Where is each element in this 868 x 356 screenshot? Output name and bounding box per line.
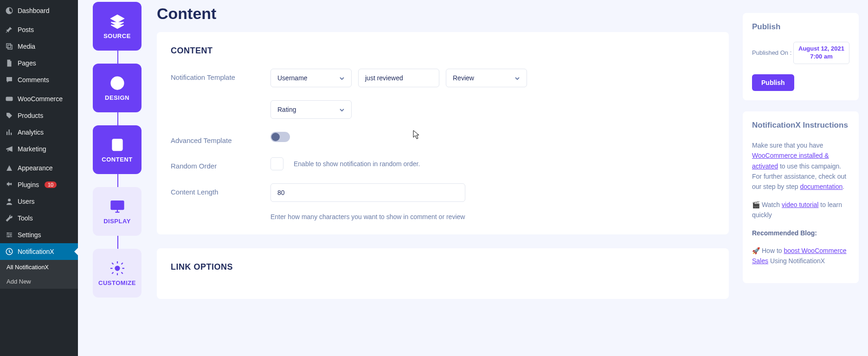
link-documentation[interactable]: documentation [800, 183, 843, 190]
sidebar-item-comments[interactable]: Comments [0, 71, 78, 88]
gear-icon [109, 260, 126, 277]
svg-point-9 [114, 84, 116, 86]
comment-icon [5, 75, 14, 84]
svg-point-4 [8, 236, 9, 237]
svg-point-6 [111, 77, 123, 90]
link-video-tutorial[interactable]: video tutorial [782, 201, 818, 208]
step-design[interactable]: DESIGN [93, 64, 141, 112]
sidebar-item-plugins[interactable]: Plugins10 [0, 176, 78, 193]
label-advanced: Advanced Template [171, 132, 270, 144]
chevron-down-icon [339, 107, 345, 112]
sidebar-item-tools[interactable]: Tools [0, 210, 78, 227]
sidebar-item-dashboard[interactable]: Dashboard [0, 2, 78, 19]
sidebar-label: Settings [18, 231, 41, 239]
plugins-badge: 10 [45, 181, 57, 188]
sidebar-item-pages[interactable]: Pages [0, 55, 78, 71]
notifx-icon [5, 247, 14, 256]
step-customize[interactable]: CUSTOMIZE [93, 249, 141, 298]
instructions-p1: Make sure that you have WooCommerce inst… [752, 140, 849, 192]
sidebar-label: Media [18, 43, 35, 50]
input-value: 80 [277, 189, 285, 196]
instructions-title: NotificationX Instructions [752, 121, 849, 130]
dropdown-value: Username [277, 74, 308, 82]
svg-point-2 [7, 233, 9, 234]
sidebar-item-notificationx[interactable]: NotificationX [0, 243, 78, 260]
media-icon [5, 42, 14, 51]
sidebar-item-users[interactable]: Users [0, 193, 78, 210]
tools-icon [5, 214, 14, 223]
hint-length: Enter how many characters you want to sh… [270, 213, 715, 220]
instructions-p4: 🚀How to boost WooCommerce Sales Using No… [752, 246, 849, 266]
sidebar-item-marketing[interactable]: Marketing [0, 141, 78, 157]
content-card: CONTENT Notification Template Username j… [157, 32, 729, 234]
sidebar-item-analytics[interactable]: Analytics [0, 124, 78, 141]
instructions-p2: 🎬Watch video tutorial to learn quickly [752, 200, 849, 220]
page-title: Content [157, 5, 729, 23]
pages-icon [5, 58, 14, 68]
step-label: SOURCE [103, 32, 131, 39]
row-advanced-template: Advanced Template [171, 132, 715, 144]
dropdown-review[interactable]: Review [446, 69, 527, 87]
sidebar-item-appearance[interactable]: Appearance [0, 160, 78, 176]
row-content-length: Content Length 80 Enter how many charact… [171, 183, 715, 220]
step-content[interactable]: CONTENT [93, 125, 141, 174]
dashboard-icon [5, 6, 14, 15]
row-random-order: Random Order Enable to show notification… [171, 157, 715, 170]
dropdown-value: Rating [277, 106, 296, 113]
publish-row: Published On : August 12, 2021 7:00 am [752, 42, 849, 64]
svg-point-12 [115, 266, 119, 271]
sidebar-item-settings[interactable]: Settings [0, 227, 78, 243]
label-length: Content Length [171, 183, 270, 196]
svg-point-3 [10, 234, 12, 236]
appearance-icon [5, 163, 14, 173]
sidebar-label: Dashboard [18, 7, 50, 14]
card-title-content: CONTENT [171, 46, 715, 56]
sidebar-label: Products [18, 112, 43, 119]
instructions-card: NotificationX Instructions Make sure tha… [743, 111, 859, 283]
input-content-length[interactable]: 80 [270, 183, 465, 202]
publish-button[interactable]: Publish [752, 74, 794, 91]
step-label: DISPLAY [103, 218, 131, 225]
woo-icon [5, 94, 14, 104]
sidebar-sub-add-new[interactable]: Add New [0, 274, 78, 289]
step-label: DESIGN [105, 94, 129, 101]
sidebar-label: Plugins [18, 181, 39, 188]
wp-admin-sidebar: Dashboard Posts Media Pages Comments Woo… [0, 0, 78, 356]
sidebar-item-products[interactable]: Products [0, 107, 78, 124]
doc-icon [109, 136, 126, 153]
input-value: just reviewed [365, 74, 403, 82]
dropdown-value: Review [453, 74, 474, 82]
sidebar-sub-all-notificationx[interactable]: All NotificationX [0, 260, 78, 274]
pin-icon [5, 25, 14, 34]
sidebar-label: Marketing [18, 145, 46, 153]
palette-icon [109, 75, 126, 91]
sidebar-item-woocommerce[interactable]: WooCommerce [0, 91, 78, 107]
step-nav: SOURCE DESIGN CONTENT DISPLAY CUSTOMIZE [78, 0, 157, 356]
chevron-down-icon [514, 75, 520, 81]
publish-date: August 12, 2021 [798, 45, 844, 52]
users-icon [5, 197, 14, 206]
toggle-advanced-template[interactable] [270, 132, 290, 142]
sidebar-item-posts[interactable]: Posts [0, 21, 78, 38]
sidebar-item-media[interactable]: Media [0, 38, 78, 55]
step-source[interactable]: SOURCE [93, 2, 141, 51]
svg-rect-0 [6, 97, 13, 101]
published-on-value[interactable]: August 12, 2021 7:00 am [793, 42, 849, 64]
published-on-label: Published On : [752, 49, 791, 56]
sidebar-sub-label: Add New [6, 278, 31, 285]
sidebar-label: Posts [18, 26, 34, 33]
main-content: Content CONTENT Notification Template Us… [157, 0, 743, 356]
plugins-icon [5, 180, 14, 189]
sidebar-label: Tools [18, 214, 33, 222]
dropdown-username[interactable]: Username [270, 69, 352, 87]
input-middle-text[interactable]: just reviewed [358, 69, 439, 87]
label-random: Random Order [171, 157, 270, 170]
dropdown-rating[interactable]: Rating [270, 100, 352, 119]
marketing-icon [5, 144, 14, 154]
link-options-card: LINK OPTIONS [157, 248, 729, 299]
sidebar-label: Users [18, 198, 35, 205]
checkbox-random-order[interactable] [270, 157, 283, 170]
publish-card: Publish Published On : August 12, 2021 7… [743, 13, 859, 100]
svg-point-8 [118, 80, 121, 82]
step-display[interactable]: DISPLAY [93, 187, 141, 236]
